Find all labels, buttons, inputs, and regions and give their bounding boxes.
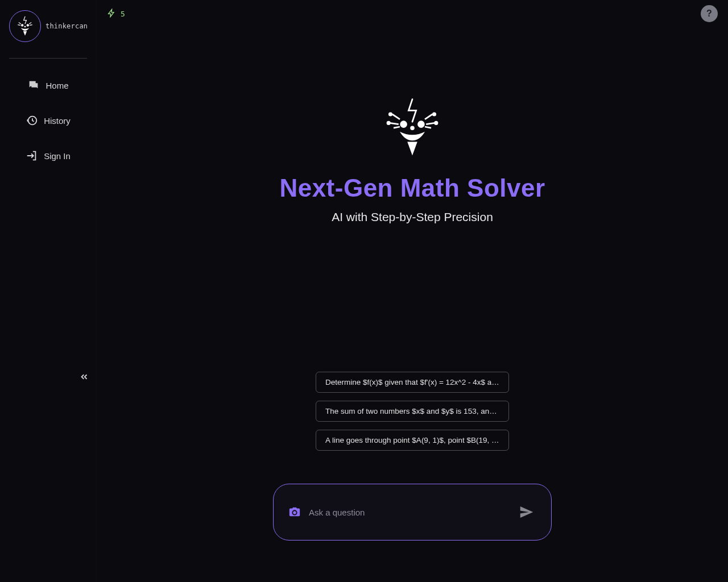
svg-point-7: [389, 113, 391, 115]
history-icon: [26, 114, 38, 127]
hero-section: Next-Gen Math Solver AI with Step-by-Ste…: [97, 27, 728, 582]
signin-icon: [26, 149, 38, 162]
page-subtitle: AI with Step-by-Step Precision: [332, 210, 493, 224]
credits-value: 5: [121, 10, 125, 18]
avatar[interactable]: [9, 10, 41, 42]
sidebar-item-label: Home: [46, 81, 68, 90]
svg-point-1: [27, 24, 28, 26]
brand-name: thinkercan: [46, 22, 88, 30]
help-icon: ?: [706, 9, 712, 19]
svg-point-4: [401, 122, 407, 127]
sidebar-item-history[interactable]: History: [6, 111, 90, 130]
chat-icon: [27, 79, 40, 92]
chevron-double-left-icon: [79, 372, 89, 382]
sidebar-nav: Home History Sign In: [0, 76, 96, 165]
question-input[interactable]: [309, 508, 509, 517]
sidebar-header: thinkercan: [0, 0, 96, 42]
help-button[interactable]: ?: [701, 5, 718, 22]
sidebar-divider: [9, 58, 87, 59]
send-button[interactable]: [517, 502, 536, 522]
svg-point-8: [433, 113, 435, 115]
svg-point-10: [435, 122, 437, 124]
sidebar-item-home[interactable]: Home: [6, 76, 90, 95]
topbar: 5 ?: [97, 0, 728, 27]
question-input-container: [273, 484, 552, 541]
suggestion-item[interactable]: The sum of two numbers $x$ and $y$ is 15…: [316, 401, 509, 422]
svg-point-0: [22, 24, 23, 26]
svg-point-5: [418, 122, 424, 127]
sidebar-item-label: Sign In: [44, 151, 71, 161]
sidebar: thinkercan Home History: [0, 0, 97, 582]
main-content: 5 ? Next-Gen Math Solver AI with Step-by: [97, 0, 728, 582]
sidebar-item-signin[interactable]: Sign In: [6, 146, 90, 165]
send-icon: [518, 504, 535, 521]
credits-counter[interactable]: 5: [107, 9, 125, 19]
camera-icon[interactable]: [288, 506, 301, 518]
collapse-sidebar-button[interactable]: [78, 371, 90, 383]
svg-point-9: [387, 122, 390, 124]
hero-logo: [381, 95, 444, 158]
sidebar-item-label: History: [44, 116, 71, 126]
svg-point-2: [24, 26, 26, 27]
svg-point-6: [411, 127, 414, 130]
suggestion-list: Determine $f(x)$ given that $f'(x) = 12x…: [316, 372, 509, 451]
page-title: Next-Gen Math Solver: [279, 174, 545, 202]
suggestion-item[interactable]: Determine $f(x)$ given that $f'(x) = 12x…: [316, 372, 509, 393]
bolt-icon: [107, 9, 116, 19]
brand-logo-icon: [14, 15, 36, 38]
brand-logo-icon: [381, 95, 444, 158]
suggestion-item[interactable]: A line goes through point $A(9, 1)$, poi…: [316, 430, 509, 451]
